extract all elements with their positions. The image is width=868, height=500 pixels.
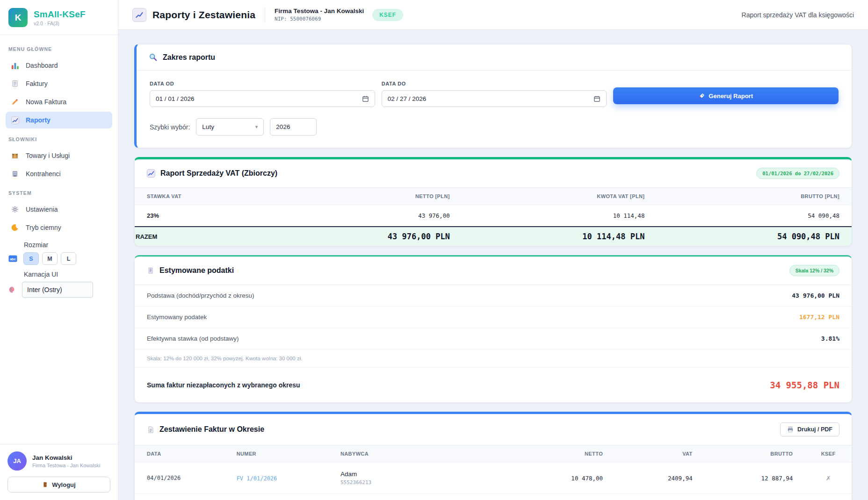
gear-icon <box>10 205 20 214</box>
sidebar-item-tryb-ciemny[interactable]: Tryb ciemny <box>6 219 112 236</box>
sidebar-item-raporty[interactable]: Raporty <box>6 112 112 129</box>
avatar: JA <box>7 451 27 471</box>
vat-report-card: Raport Sprzedaży VAT (Zbiorczy) 01/01/20… <box>134 157 852 246</box>
vat-total-label: RAZEM <box>135 227 267 246</box>
calendar-icon[interactable] <box>362 95 369 102</box>
sidebar-item-towary[interactable]: Towary i Usługi <box>6 147 112 164</box>
bar-chart-icon <box>10 61 20 70</box>
generate-report-button[interactable]: Generuj Raport <box>613 87 839 104</box>
chevron-down-icon: ▾ <box>255 124 258 130</box>
quick-select-label: Szybki wybór: <box>150 123 190 131</box>
document-icon <box>10 79 20 88</box>
scale-badge: Skala 12% / 32% <box>789 265 839 276</box>
generate-column: Generuj Raport <box>613 81 839 107</box>
line-chart-icon <box>147 169 155 178</box>
inv-col-nabywca: NABYWCA <box>328 445 507 463</box>
vat-col-brutto: BRUTTO [PLN] <box>657 188 852 205</box>
svg-text:abc: abc <box>10 257 15 261</box>
inv-col-netto: NETTO <box>507 445 615 463</box>
sidebar-item-kontrahenci[interactable]: Kontrahenci <box>6 165 112 182</box>
moon-icon <box>10 223 20 232</box>
invoice-brutto: 1660,50 <box>705 494 805 500</box>
size-button-l[interactable]: L <box>61 252 76 265</box>
date-from-input[interactable]: 01 / 01 / 2026 <box>150 90 375 107</box>
inv-col-vat: VAT <box>615 445 705 463</box>
sidebar-item-dashboard[interactable]: Dashboard <box>6 57 112 74</box>
taxes-card: Estymowane podatki Skala 12% / 32% Podst… <box>134 255 852 403</box>
company-name: Firma Testowa - Jan Kowalski <box>275 7 364 14</box>
skin-control-label: Karnacja UI <box>24 271 109 278</box>
tax-row-effective: Efektywna stawka (od podstawy) 3.81% <box>135 328 852 350</box>
company-nip: NIP: 5500076069 <box>275 16 364 22</box>
vat-col-netto: NETTO [PLN] <box>267 188 462 205</box>
sidebar-item-faktury[interactable]: Faktury <box>6 75 112 92</box>
invoice-brutto: 12 887,94 <box>705 463 805 494</box>
content: Zakres raportu DATA OD 01 / 01 / 2026 <box>118 30 868 500</box>
topbar-divider <box>265 7 265 23</box>
pencil-icon <box>10 98 20 106</box>
abc-icon: abc <box>8 255 17 262</box>
inv-col-data: DATA <box>135 445 224 463</box>
user-company: Firma Testowa - Jan Kowalski <box>32 463 100 468</box>
invoices-card: Zestawienie Faktur w Okresie Drukuj / PD… <box>134 412 852 500</box>
month-select[interactable]: Luty ▾ <box>196 118 264 136</box>
sidebar-item-label: Tryb ciemny <box>26 224 61 231</box>
section-label-slowniki: SŁOWNIKI <box>0 130 118 146</box>
building-icon <box>10 170 20 178</box>
vat-report-title: Raport Sprzedaży VAT (Zbiorczy) <box>160 169 277 178</box>
size-button-s[interactable]: S <box>23 252 39 265</box>
tax-scale-note: Skala: 12% do 120 000 zł, 32% powyżej. K… <box>135 350 852 368</box>
sidebar: K SmAll-KSeF v2.0 · FA(3) MENU GŁÓWNE Da… <box>0 0 118 500</box>
sidebar-item-ustawienia[interactable]: Ustawienia <box>6 201 112 218</box>
unpaid-sum-label: Suma faktur niezapłaconych z wybranego o… <box>147 381 300 389</box>
invoice-vat: 2409,94 <box>615 463 705 494</box>
month-select-value: Luty <box>202 123 214 130</box>
logout-button[interactable]: Wyloguj <box>7 477 110 493</box>
size-button-m[interactable]: M <box>42 252 58 265</box>
date-to-input[interactable]: 02 / 27 / 2026 <box>382 90 607 107</box>
magnifier-icon <box>149 53 158 62</box>
ksef-status-badge: KSEF <box>372 9 403 21</box>
sidebar-item-label: Raporty <box>26 116 51 124</box>
taxes-title: Estymowane podatki <box>159 266 234 275</box>
invoice-number-link[interactable]: FV 1/01/2026 <box>237 475 277 482</box>
sidebar-item-label: Ustawienia <box>26 206 58 213</box>
user-box: JA Jan Kowalski Firma Testowa - Jan Kowa… <box>0 444 118 500</box>
main-area: Raporty i Zestawienia Firma Testowa - Ja… <box>118 0 868 500</box>
page-icon <box>147 426 154 434</box>
calendar-icon[interactable] <box>593 95 600 102</box>
vat-total-brutto: 54 090,48 PLN <box>657 227 852 246</box>
sidebar-nav: MENU GŁÓWNE Dashboard Faktury Nowa Faktu… <box>0 35 118 444</box>
brand: K SmAll-KSeF v2.0 · FA(3) <box>0 0 118 35</box>
vat-total-kwota: 10 114,48 PLN <box>462 227 657 246</box>
period-badge: 01/01/2026 do 27/02/2026 <box>756 168 839 179</box>
ui-skin-select[interactable]: Inter (Ostry) <box>22 282 93 298</box>
tax-label: Efektywna stawka (od podstawy) <box>147 335 239 342</box>
unpaid-sum-row: Suma faktur niezapłaconych z wybranego o… <box>135 368 852 402</box>
receipt-icon <box>147 267 154 275</box>
print-pdf-button[interactable]: Drukuj / PDF <box>780 422 839 436</box>
user-name: Jan Kowalski <box>32 454 100 461</box>
vat-table-row: 23% 43 976,00 10 114,48 54 090,48 <box>135 205 852 227</box>
tax-value-estimated: 1677,12 PLN <box>799 314 839 321</box>
page-title: Raporty i Zestawienia <box>152 9 255 21</box>
brand-name: SmAll-KSeF <box>34 9 86 20</box>
sidebar-item-label: Faktury <box>26 80 48 87</box>
line-chart-icon <box>10 116 20 124</box>
year-input[interactable] <box>270 118 317 136</box>
brand-text: SmAll-KSeF v2.0 · FA(3) <box>34 9 86 26</box>
tax-value: 43 976,00 PLN <box>792 292 839 299</box>
invoice-buyer: Adam <box>340 471 495 478</box>
size-control-label: Rozmiar <box>24 241 109 249</box>
date-to-value: 02 / 27 / 2026 <box>388 95 427 102</box>
date-from-label: DATA OD <box>150 81 375 86</box>
vat-kwota: 10 114,48 <box>462 205 657 227</box>
tax-label: Estymowany podatek <box>147 314 207 321</box>
tax-value: 3.81% <box>821 335 839 342</box>
invoice-date: 04/01/2026 <box>135 463 224 494</box>
invoice-vat: 310,50 <box>615 494 705 500</box>
sidebar-item-nowa-faktura[interactable]: Nowa Faktura <box>6 93 112 110</box>
invoice-netto: 10 478,00 <box>507 463 615 494</box>
vat-col-stawka: STAWKA VAT <box>135 188 267 205</box>
invoice-netto: 1350,00 <box>507 494 615 500</box>
